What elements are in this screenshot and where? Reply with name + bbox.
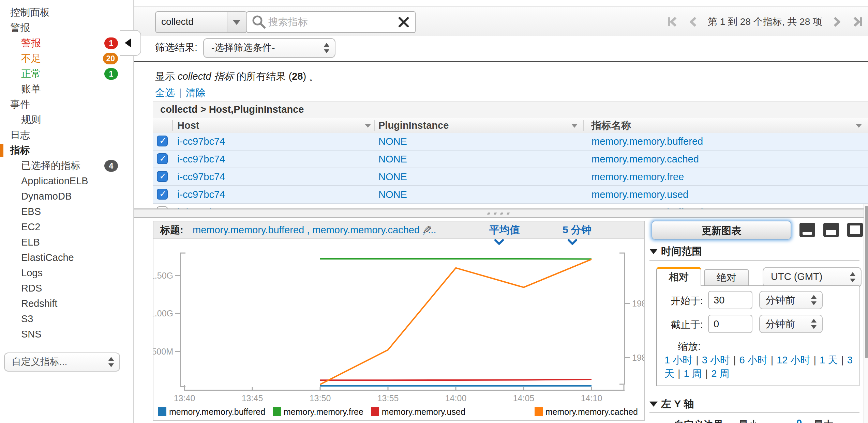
sort-icon[interactable] (571, 124, 578, 128)
sidebar-item-ELB[interactable]: ELB (0, 235, 133, 250)
column-header-metric-name[interactable]: 指标名称 (592, 118, 631, 133)
row-checkbox[interactable] (157, 153, 168, 164)
cell-metric-name[interactable]: memory.memory.buffered (592, 133, 703, 150)
table-row[interactable]: i-cc97bc74NONEmemory.memory.used (153, 186, 868, 204)
start-unit-select[interactable]: 分钟前 (759, 291, 823, 309)
min-bound-input[interactable]: 0 (761, 418, 802, 423)
graph-size-large-icon[interactable] (847, 223, 863, 237)
row-checkbox[interactable] (157, 171, 168, 182)
namespace-dropdown-segment[interactable] (227, 12, 246, 32)
sidebar-collapse-button[interactable] (120, 30, 141, 56)
filter-select[interactable]: -选择筛选条件- (203, 38, 335, 58)
cell-plugininstance[interactable]: NONE (378, 151, 407, 168)
prev-page-button[interactable] (687, 16, 699, 28)
zoom-link-4[interactable]: 12 小时 (777, 355, 810, 365)
tab-relative[interactable]: 相对 (656, 267, 701, 286)
sidebar-item-Logs[interactable]: Logs (0, 265, 133, 281)
edit-title-icon[interactable]: ✎ (423, 223, 432, 236)
first-page-button[interactable] (667, 16, 678, 28)
cell-plugininstance[interactable]: NONE (378, 168, 407, 185)
sidebar-item-事件[interactable]: 事件 (0, 97, 133, 112)
sidebar-item-EC2[interactable]: EC2 (0, 219, 133, 235)
sidebar-item-规则[interactable]: 规则 (0, 112, 133, 127)
cell-host[interactable]: i-cc97bc74 (177, 133, 225, 150)
metric-search-input[interactable]: 搜索指标 (246, 11, 416, 33)
timezone-select[interactable]: UTC (GMT) (763, 267, 862, 287)
legend-swatch (371, 407, 379, 416)
vertical-scrollbar[interactable] (864, 204, 868, 423)
sidebar-item-不足[interactable]: 不足20 (0, 51, 133, 66)
legend-item[interactable]: memory.memory.buffered (158, 407, 265, 417)
last-page-button[interactable] (852, 16, 863, 28)
cell-metric-name[interactable]: memory.memory.free (592, 168, 684, 185)
start-value-input[interactable]: 30 (708, 291, 752, 309)
breadcrumb[interactable]: collectd > Host,PluginInstance (153, 101, 868, 119)
sidebar-item-正常[interactable]: 正常1 (0, 66, 133, 81)
sidebar-item-SNS[interactable]: SNS (0, 327, 133, 342)
sidebar-item-账单[interactable]: 账单 (0, 81, 133, 97)
pane-splitter[interactable] (134, 208, 868, 218)
cell-plugininstance[interactable]: NONE (378, 133, 407, 150)
legend-item[interactable]: memory.memory.used (371, 407, 465, 417)
sidebar-item-控制面板[interactable]: 控制面板 (0, 5, 133, 20)
zoom-link-3[interactable]: 6 小时 (739, 355, 767, 365)
sidebar-item-警报[interactable]: 警报 (0, 20, 133, 35)
custom-metric-select[interactable]: 自定义指标... (4, 352, 120, 372)
chart-title-metrics[interactable]: memory.memory.buffered , memory.memory.c… (193, 221, 436, 238)
zoom-link-2[interactable]: 1 周 (684, 368, 702, 379)
scrollbar-thumb[interactable] (865, 206, 868, 358)
zoom-link-5[interactable]: 1 天 (820, 355, 838, 365)
next-page-button[interactable] (831, 16, 843, 28)
metric-line-chart[interactable]: 500M1.00G1.50G198M198M13:4013:4513:5013:… (153, 238, 644, 404)
graph-size-small-icon[interactable] (799, 223, 815, 237)
zoom-link-3[interactable]: 2 周 (711, 368, 729, 379)
cell-host[interactable]: i-cc97bc74 (177, 151, 225, 168)
left-y-axis-section-header[interactable]: 左 Y 轴 (649, 397, 694, 411)
table-row[interactable]: i-cc97bc74NONEmemory.memory.free (153, 168, 868, 186)
graph-size-medium-icon[interactable] (823, 223, 839, 237)
table-row[interactable]: i-cc97bc74NONEmemory.memory.cached (153, 151, 868, 168)
sidebar-item-EBS[interactable]: EBS (0, 204, 133, 219)
legend-item[interactable]: memory.memory.cached (535, 407, 638, 417)
select-arrows-icon (850, 272, 855, 282)
legend-item[interactable]: memory.memory.free (273, 407, 363, 417)
tab-absolute[interactable]: 绝对 (704, 269, 749, 286)
zoom-link-6[interactable]: 3 (847, 355, 853, 365)
cell-metric-name[interactable]: memory.memory.cached (592, 151, 699, 168)
zoom-link-1[interactable]: 天 (664, 368, 674, 379)
sidebar-item-RDS[interactable]: RDS (0, 281, 133, 296)
sidebar-item-label: 事件 (10, 97, 30, 112)
cell-host[interactable]: i-cc97bc74 (177, 186, 225, 203)
end-value-input[interactable]: 0 (708, 315, 752, 333)
sidebar-item-ElastiCache[interactable]: ElastiCache (0, 250, 133, 265)
sidebar-item-S3[interactable]: S3 (0, 311, 133, 327)
cell-host[interactable]: i-cc97bc74 (177, 168, 225, 185)
time-range-section-header[interactable]: 时间范围 (649, 245, 702, 258)
clear-selection-link[interactable]: 清除 (186, 87, 206, 98)
sidebar-item-ApplicationELB[interactable]: ApplicationELB (0, 173, 133, 189)
select-all-link[interactable]: 全选 (155, 87, 175, 98)
sidebar-item-日志[interactable]: 日志 (0, 127, 133, 143)
sort-icon[interactable] (856, 124, 862, 128)
sidebar-item-DynamoDB[interactable]: DynamoDB (0, 189, 133, 204)
table-row[interactable]: i-cc97bc74NONEmemory.memory.buffered (153, 133, 868, 151)
row-checkbox[interactable] (157, 189, 168, 200)
namespace-dropdown-button[interactable]: collectd (155, 11, 247, 33)
sidebar-item-指标[interactable]: 指标 (0, 143, 133, 158)
clear-search-icon[interactable] (398, 16, 409, 28)
select-arrows-icon (811, 319, 817, 329)
svg-text:1.00G: 1.00G (153, 309, 173, 318)
end-unit-select[interactable]: 分钟前 (759, 315, 823, 333)
update-graph-button[interactable]: 更新图表 (652, 221, 791, 240)
cell-plugininstance[interactable]: NONE (378, 186, 407, 203)
zoom-link-2[interactable]: 3 小时 (702, 355, 730, 365)
column-header-plugininstance[interactable]: PluginInstance (378, 118, 449, 133)
sidebar-item-已选择的指标[interactable]: 已选择的指标4 (0, 158, 133, 173)
sidebar-item-Redshift[interactable]: Redshift (0, 296, 133, 311)
cell-metric-name[interactable]: memory.memory.used (592, 186, 688, 203)
row-checkbox[interactable] (157, 136, 168, 146)
column-header-host[interactable]: Host (177, 118, 199, 133)
zoom-link-1[interactable]: 1 小时 (664, 355, 692, 365)
sidebar-item-警报[interactable]: 警报1 (0, 35, 133, 51)
sort-icon[interactable] (365, 124, 371, 128)
